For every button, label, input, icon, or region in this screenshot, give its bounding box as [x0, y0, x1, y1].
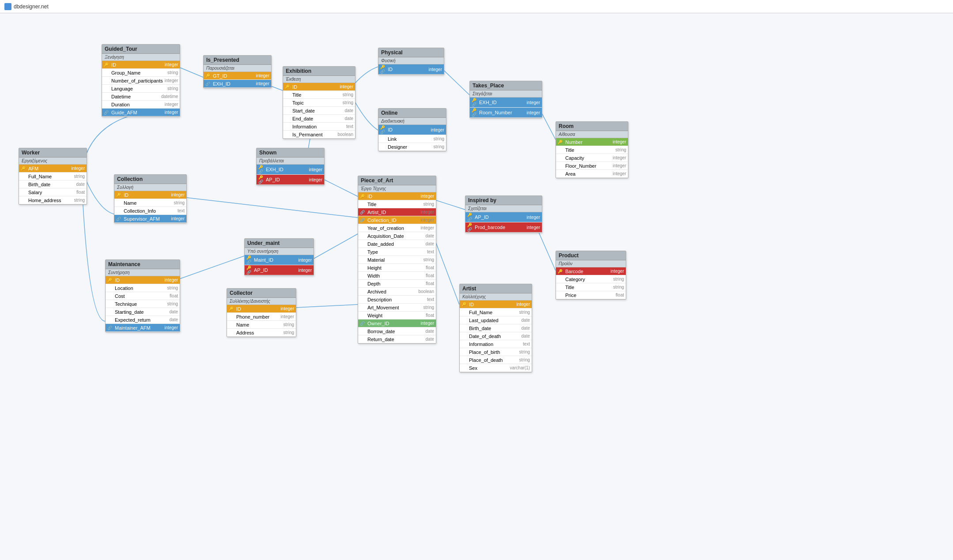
table-row: Full_Name string	[19, 173, 87, 180]
table-is-presented-header: Is_Presented	[204, 56, 271, 65]
table-shown-subtitle: Προβάλλεται	[257, 158, 324, 165]
table-row: Salary float	[19, 188, 87, 196]
table-row: Datetime datetime	[102, 93, 180, 101]
table-row: Place_of_birth string	[460, 348, 532, 356]
table-product: Product Προϊόν 🔑 Barcode integer Categor…	[556, 251, 626, 300]
table-row: Height float	[358, 264, 436, 272]
table-worker-header: Worker	[19, 148, 87, 158]
table-row: Return_date date	[358, 335, 436, 343]
table-product-header: Product	[556, 251, 626, 260]
table-row: Weight float	[358, 312, 436, 319]
table-row: Location string	[106, 284, 180, 292]
pk-icon: 🔑	[104, 63, 110, 67]
table-row: 🔗 Guide_AFM integer	[102, 109, 180, 117]
table-maintenance-subtitle: Συντήρηση	[106, 269, 180, 276]
table-row: Collection_Info text	[114, 207, 186, 215]
table-row: 🔑🔗 Prod_barcode integer	[465, 222, 542, 233]
table-row: Designer string	[378, 143, 446, 151]
table-row: Number_of_participants integer	[102, 77, 180, 85]
table-row: 🔑🔗 AP_ID integer	[257, 175, 324, 185]
svg-line-5	[176, 196, 358, 218]
table-row: 🔗 Maintainer_AFM integer	[106, 324, 180, 332]
table-row: Language string	[102, 85, 180, 93]
table-row: Is_Permanent boolean	[283, 131, 355, 139]
canvas: Guided_Tour Ξενάγηση 🔑 ID integer Group_…	[0, 13, 953, 560]
table-guided-tour: Guided_Tour Ξενάγηση 🔑 ID integer Group_…	[102, 44, 180, 117]
table-online-header: Online	[378, 109, 446, 118]
table-artist-header: Artist	[460, 284, 532, 293]
table-row: 🔑🔗 AP_ID integer	[245, 265, 314, 275]
table-row: Category string	[556, 275, 626, 283]
table-row: 🔑🔗 ID integer	[378, 125, 446, 135]
table-row: Birth_date date	[19, 180, 87, 188]
table-row: Phone_number integer	[227, 313, 296, 321]
table-row: 🔑🔗 ID integer	[378, 64, 444, 75]
table-row: Borrow_date date	[358, 327, 436, 335]
svg-line-10	[176, 256, 244, 280]
table-worker: Worker Εργαζόμενος 🔑 AFM integer Full_Na…	[19, 148, 87, 205]
table-row: 🔑🔗 EXH_ID integer	[470, 98, 542, 108]
table-row: Floor_Number integer	[556, 162, 628, 170]
table-row: 🔑 ID integer	[227, 305, 296, 313]
table-collection-header: Collection	[114, 175, 186, 184]
table-row: End_date date	[283, 115, 355, 123]
table-row: Date_added date	[358, 240, 436, 248]
table-row: Title string	[556, 146, 628, 154]
table-under-maint: Under_maint Υπό συντήρηση 🔑🔗 Maint_ID in…	[244, 238, 314, 276]
table-row: 🔑 Number integer	[556, 138, 628, 146]
table-row: Topic string	[283, 99, 355, 107]
table-row: Width float	[358, 272, 436, 280]
table-online: Online Διαδικτυακή 🔑🔗 ID integer Link st…	[378, 108, 446, 151]
table-piece-of-art-header: Piece_of_Art	[358, 176, 436, 185]
table-physical: Physical Φυσική 🔑🔗 ID integer	[378, 48, 444, 75]
table-inspired-by-subtitle: Σχετίζεται	[465, 205, 542, 212]
table-artist: Artist Καλλιτέχνης 🔑 ID integer Full_Nam…	[459, 284, 532, 372]
table-takes-place-header: Takes_Place	[470, 81, 542, 90]
table-collector: Collector Συλλέκτης/Δανειστής 🔑 ID integ…	[227, 288, 296, 337]
table-row: Area integer	[556, 170, 628, 178]
table-row: Material string	[358, 256, 436, 264]
table-shown: Shown Προβάλλεται 🔑🔗 EXH_ID integer 🔑🔗 A…	[256, 148, 325, 185]
table-row: 🔑 ID integer	[106, 276, 180, 284]
table-collection: Collection Συλλογή 🔑 ID integer Name str…	[114, 174, 187, 223]
table-row: Information text	[460, 340, 532, 348]
table-row: Duration integer	[102, 101, 180, 109]
table-row: 🔑 AFM integer	[19, 165, 87, 173]
table-row: 🔑 Barcode integer	[556, 267, 626, 275]
table-collection-subtitle: Συλλογή	[114, 184, 186, 191]
table-collector-header: Collector	[227, 289, 296, 298]
table-row: 🔑 ID integer	[460, 301, 532, 308]
table-row: Name string	[227, 321, 296, 329]
table-row: Technique string	[106, 300, 180, 308]
table-row: 🔑 GT_ID integer	[204, 72, 271, 80]
table-row: Date_of_death date	[460, 332, 532, 340]
table-takes-place: Takes_Place Στεγάζεται 🔑🔗 EXH_ID integer…	[469, 81, 542, 118]
table-row: 🔑🔗 Maint_ID integer	[245, 255, 314, 265]
table-inspired-by: Inspired by Σχετίζεται 🔑🔗 AP_ID integer …	[465, 195, 542, 233]
table-row: 🔗 Collection_ID integer	[358, 216, 436, 224]
table-row: Art_Movement string	[358, 304, 436, 312]
table-room: Room Αίθουσα 🔑 Number integer Title stri…	[556, 121, 628, 178]
table-is-presented: Is_Presented Παρουσιάζεται 🔑 GT_ID integ…	[203, 55, 272, 88]
table-row: 🔑🔗 AP_ID integer	[465, 212, 542, 222]
table-collector-subtitle: Συλλέκτης/Δανειστής	[227, 298, 296, 305]
table-row: 🔑🔗 EXH_ID integer	[257, 165, 324, 175]
table-row: Capacity integer	[556, 154, 628, 162]
table-row: Start_date date	[283, 107, 355, 115]
table-row: Last_updated date	[460, 316, 532, 324]
table-artist-subtitle: Καλλιτέχνης	[460, 293, 532, 301]
table-worker-subtitle: Εργαζόμενος	[19, 158, 87, 165]
table-row: 🔑 ID integer	[102, 61, 180, 69]
table-exhibition: Exhibition Έκθεση 🔑 ID integer Title str…	[283, 66, 355, 139]
table-row: 🔗 Supervisor_AFM integer	[114, 215, 186, 223]
table-row: Acquisition_Date date	[358, 232, 436, 240]
table-row: Cost float	[106, 292, 180, 300]
table-piece-of-art-subtitle: Έργο Τέχνης	[358, 185, 436, 192]
table-row: Name string	[114, 199, 186, 207]
table-guided-tour-subtitle: Ξενάγηση	[102, 54, 180, 61]
table-row: Group_Name string	[102, 69, 180, 77]
table-room-subtitle: Αίθουσα	[556, 131, 628, 138]
table-row: Title string	[283, 91, 355, 99]
table-online-subtitle: Διαδικτυακή	[378, 118, 446, 125]
table-row: 🔑 ID integer	[283, 83, 355, 91]
